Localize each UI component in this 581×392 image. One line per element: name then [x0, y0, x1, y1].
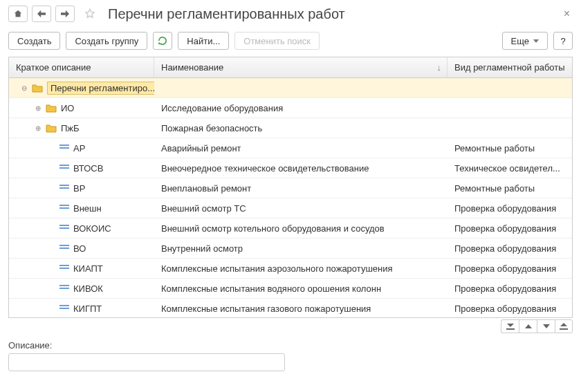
refresh-icon	[158, 36, 167, 46]
row-short: КИАПТ	[73, 263, 103, 274]
row-type: Проверка оборудования	[448, 299, 572, 317]
row-name: Аварийный ремонт	[154, 138, 448, 158]
list-item-icon	[59, 225, 69, 232]
row-type: Проверка оборудования	[448, 259, 572, 278]
folder-icon	[32, 83, 43, 93]
row-type	[448, 78, 572, 97]
table-row[interactable]: КИАПТКомплексные испытания аэрозольного …	[9, 259, 572, 279]
list-item-icon	[59, 305, 69, 312]
list-item-icon	[59, 165, 69, 171]
sort-down-icon: ↓	[437, 62, 442, 73]
arrow-left-icon	[37, 10, 46, 18]
arrow-right-icon	[60, 10, 70, 18]
column-header-name[interactable]: Наименование ↓	[154, 57, 448, 77]
table-row[interactable]: КИГПТКомплексные испытания газового пожа…	[9, 299, 572, 317]
table-row[interactable]: ⊕ИОИсследование оборудования	[9, 98, 572, 118]
close-icon: ×	[564, 8, 570, 19]
grid-body: ⊖Перечни регламентиро...⊕ИОИсследование …	[9, 78, 572, 317]
list-item-icon	[59, 245, 69, 252]
chevron-down-icon	[533, 39, 539, 43]
list-item-icon	[59, 185, 69, 192]
back-button[interactable]	[32, 6, 51, 22]
more-button[interactable]: Еще	[502, 32, 548, 50]
table-row[interactable]: ВОВнутренний осмотрПроверка оборудования	[9, 239, 572, 259]
row-short: Внешн	[73, 203, 102, 214]
folder-icon	[46, 103, 57, 113]
table-row[interactable]: ⊕ПжБПожарная безопасность	[9, 118, 572, 138]
create-group-button[interactable]: Создать группу	[66, 32, 147, 50]
row-type	[448, 98, 572, 118]
toolbar: Создать Создать группу Найти... Отменить…	[8, 32, 573, 50]
page-down-button[interactable]	[537, 319, 555, 333]
row-type: Проверка оборудования	[448, 239, 572, 258]
row-name: Внешний осмотр ТС	[154, 198, 448, 218]
row-name: Внеплановый ремонт	[154, 178, 448, 198]
page-first-button[interactable]	[501, 319, 519, 333]
paging-controls	[8, 319, 573, 333]
row-type: Проверка оборудования	[448, 218, 572, 238]
collapse-icon[interactable]: ⊖	[20, 84, 28, 92]
list-item-icon	[59, 144, 69, 151]
row-type: Ремонтные работы	[448, 138, 572, 158]
list-item-icon	[59, 265, 69, 272]
help-button[interactable]: ?	[553, 32, 573, 50]
row-short: ВР	[73, 183, 85, 194]
caret-down-icon	[543, 324, 550, 329]
row-short: ИО	[61, 103, 74, 113]
page-up-button[interactable]	[519, 319, 537, 333]
home-button[interactable]	[8, 6, 28, 22]
row-short: КИВОК	[73, 283, 103, 294]
table-row[interactable]: ВнешнВнешний осмотр ТСПроверка оборудова…	[9, 198, 572, 218]
row-name: Комплексные испытания аэрозольного пожар…	[154, 259, 448, 278]
row-name: Внешний осмотр котельного оборудования и…	[154, 218, 448, 238]
close-button[interactable]: ×	[561, 8, 573, 20]
home-icon	[13, 9, 23, 19]
create-button[interactable]: Создать	[8, 32, 60, 50]
row-type: Проверка оборудования	[448, 279, 572, 298]
list-item-icon	[59, 285, 69, 292]
description-label: Описание:	[8, 340, 573, 351]
table-row[interactable]: ВТОСВВнеочередное техническое освидетель…	[9, 158, 572, 178]
row-type: Проверка оборудования	[448, 198, 572, 218]
row-short: ВТОСВ	[73, 163, 103, 174]
row-name: Внутренний осмотр	[154, 239, 448, 258]
row-name	[154, 78, 448, 97]
caret-up-icon	[525, 324, 532, 329]
row-short: КИГПТ	[73, 304, 102, 314]
titlebar: Перечни регламентированных работ ×	[8, 6, 573, 22]
folder-icon	[46, 123, 57, 133]
row-name: Внеочередное техническое освидетельствов…	[154, 158, 448, 178]
row-short: ПжБ	[61, 123, 80, 133]
table-row[interactable]: ⊖Перечни регламентиро...	[9, 78, 572, 98]
row-name: Пожарная безопасность	[154, 118, 448, 138]
grid-header: Краткое описание Наименование ↓ Вид регл…	[9, 57, 572, 78]
row-name: Комплексные испытания водяного орошения …	[154, 279, 448, 298]
page-last-button[interactable]	[555, 319, 573, 333]
cancel-search-button: Отменить поиск	[234, 32, 320, 50]
page-first-icon	[506, 323, 515, 330]
row-type: Техническое освидетел...	[448, 158, 572, 178]
expand-icon[interactable]: ⊕	[34, 104, 42, 112]
favorite-star[interactable]	[82, 6, 98, 22]
row-name: Исследование оборудования	[154, 98, 448, 118]
row-short: ВОКОИС	[73, 223, 111, 234]
page-title: Перечни регламентированных работ	[108, 6, 557, 22]
column-header-type[interactable]: Вид регламентной работы	[448, 57, 572, 77]
row-type	[448, 118, 572, 138]
row-name: Комплексные испытания газового пожаротуш…	[154, 299, 448, 317]
row-short: Перечни регламентиро...	[47, 82, 154, 95]
page-last-icon	[560, 323, 568, 330]
table-row[interactable]: ВОКОИСВнешний осмотр котельного оборудов…	[9, 218, 572, 239]
table-row[interactable]: КИВОККомплексные испытания водяного орош…	[9, 279, 572, 299]
find-button[interactable]: Найти...	[178, 32, 229, 50]
table-row[interactable]: АРАварийный ремонтРемонтные работы	[9, 138, 572, 158]
data-grid: Краткое описание Наименование ↓ Вид регл…	[8, 57, 573, 318]
column-header-short[interactable]: Краткое описание	[9, 57, 154, 77]
list-item-icon	[59, 205, 69, 212]
table-row[interactable]: ВРВнеплановый ремонтРемонтные работы	[9, 178, 572, 198]
forward-button[interactable]	[55, 6, 75, 22]
expand-icon[interactable]: ⊕	[34, 124, 42, 132]
star-icon	[84, 8, 96, 20]
refresh-button[interactable]	[153, 32, 172, 50]
description-input[interactable]	[8, 353, 285, 371]
